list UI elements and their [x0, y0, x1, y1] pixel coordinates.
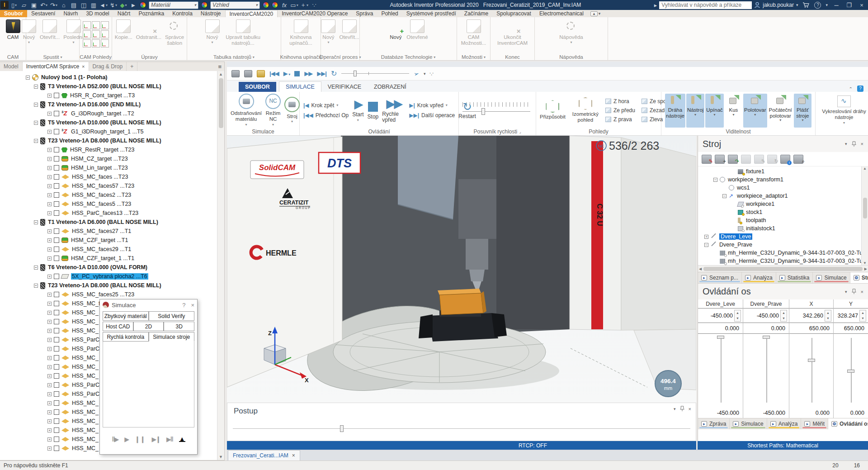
view-cube-icon[interactable]: [92, 39, 100, 47]
stroj-hscrollbar[interactable]: ◀▶: [698, 265, 868, 272]
tab-close-icon[interactable]: ×: [82, 64, 85, 69]
tree-expander-icon[interactable]: +: [704, 235, 708, 239]
add-command-icon[interactable]: ＋▾: [300, 1, 309, 9]
machine-tree-row[interactable]: +Dvere_Leve: [698, 233, 868, 241]
appearance-wheel-icon[interactable]: [201, 2, 208, 8]
undo-icon[interactable]: ↶▾: [39, 1, 48, 9]
tree-row[interactable]: +HSS_ParC_faces13 ...T23: [0, 209, 224, 218]
tree-expander-icon[interactable]: −: [34, 85, 38, 89]
dialog-tab-2d[interactable]: 2D: [133, 322, 164, 331]
tree-row[interactable]: +HSR_RestR_target ...T23: [0, 145, 224, 154]
tree-checkbox[interactable]: [54, 129, 59, 134]
speed-slider-handle[interactable]: [481, 108, 485, 115]
postup-progress-handle[interactable]: [340, 425, 344, 432]
toolbar-overflow-icon[interactable]: ⸪: [310, 1, 319, 9]
ribbon-tab-správa[interactable]: Správa: [352, 10, 377, 17]
sim-button-re-im-nc[interactable]: NCRežim NC▾: [265, 94, 281, 127]
user-dropdown-icon[interactable]: ▾: [796, 3, 798, 7]
tree-row[interactable]: +HSS_MC_faces25 ...T23: [0, 290, 224, 299]
ribbon-button-nov-[interactable]: Nový▾: [204, 19, 221, 45]
tree-checkbox[interactable]: [54, 319, 59, 324]
view-cube-icon[interactable]: [101, 30, 109, 38]
tree-expander-icon[interactable]: +: [47, 410, 52, 414]
axis-slider[interactable]: [834, 334, 868, 404]
browser-tab--[interactable]: +: [127, 62, 137, 71]
tree-checkbox[interactable]: [54, 210, 59, 216]
to-end-icon[interactable]: ▶▶|: [317, 70, 326, 77]
save-machine-icon[interactable]: [741, 155, 751, 164]
axes-tab-simulace[interactable]: ▸Simulace: [730, 418, 767, 429]
spin-down-icon[interactable]: ▼: [782, 317, 785, 320]
tree-row[interactable]: +3ZG1_i3DRough_target_1 ...T5: [0, 127, 224, 136]
spinner-buttons[interactable]: ▲▼: [734, 310, 741, 322]
tree-row[interactable]: +HSR_R_Cont_target ...T3: [0, 91, 224, 100]
parameters-fx-icon[interactable]: fx: [280, 1, 289, 9]
tree-checkbox[interactable]: [54, 165, 59, 171]
tree-row[interactable]: +HSM_CZF_target_1 ...T1: [0, 254, 224, 263]
axes-tab-m-it[interactable]: ▸Měřit: [801, 418, 828, 429]
tree-checkbox[interactable]: [54, 183, 59, 189]
spin-up-icon[interactable]: ▲: [782, 311, 785, 314]
spinner-buttons[interactable]: ▲▼: [825, 310, 831, 322]
tree-checkbox[interactable]: [54, 427, 59, 433]
tree-checkbox[interactable]: [54, 192, 59, 198]
axis-value-spinner[interactable]: -450.000▲▼: [743, 309, 789, 323]
machine-viewport[interactable]: C 32 U SolidCAM DTS CERATIZIT GROUP: [227, 136, 696, 403]
tree-row[interactable]: +HSS_MC_faces29 ...T1: [0, 245, 224, 254]
tree-row[interactable]: +HSM_CZF_target ...T1: [0, 236, 224, 245]
axis-slider[interactable]: [789, 334, 833, 404]
view-cube-icon[interactable]: [83, 30, 91, 38]
tree-expander-icon[interactable]: +: [47, 437, 52, 442]
stroj-tab-stroj[interactable]: ⚙Stroj: [850, 272, 868, 283]
ribbon-expand-caret[interactable]: ▾: [599, 11, 601, 16]
tree-expander-icon[interactable]: +: [47, 347, 52, 351]
axes-pin-icon[interactable]: [852, 289, 856, 294]
tree-expander-icon[interactable]: −: [34, 139, 38, 143]
tree-row[interactable]: −T6 Vreteno-1A D10.000 (OVAL FORM): [0, 263, 224, 272]
toolpath-render-button[interactable]: Vykreslování dráhy nástroje ▾: [819, 95, 868, 125]
machine-info-icon[interactable]: i: [780, 155, 790, 164]
stroj-dropdown-icon[interactable]: ▾: [845, 142, 847, 146]
measure-icon[interactable]: ▭▾: [290, 1, 299, 9]
tree-row[interactable]: +HSS_MC_faces57 ...T23: [0, 181, 224, 190]
tree-checkbox[interactable]: [54, 382, 59, 388]
toolbar-more-icon[interactable]: ⸪: [430, 70, 434, 77]
spin-up-icon[interactable]: ▲: [826, 311, 830, 314]
axis-value-spinner[interactable]: 342.260▲▼: [789, 309, 833, 323]
start-button[interactable]: ▶Start▾: [352, 98, 363, 123]
tree-row[interactable]: −T3 Vreteno-1A D52.000 (BULL NOSE MILL): [0, 82, 224, 91]
ribbon-tab-3d-model[interactable]: 3D model: [82, 10, 113, 17]
toggle-po-te-n-polotovar[interactable]: Počáteční polotovar▾: [768, 94, 793, 128]
postup-progress-track[interactable]: [233, 428, 690, 429]
redo-icon[interactable]: ↷▾: [49, 1, 58, 9]
fast-forward-icon[interactable]: ▶▶: [304, 70, 312, 77]
ribbon-tab-electromechanical[interactable]: Electromechanical: [535, 10, 588, 17]
spinner-buttons[interactable]: ▲▼: [780, 310, 787, 322]
tree-expander-icon[interactable]: −: [34, 266, 38, 270]
ribbon-tab-systémové-prostředí[interactable]: Systémové prostředí: [402, 10, 460, 17]
ribbon-display-options[interactable]: ▲▾: [590, 10, 600, 17]
ribbon-button-knihovna-up-na-[interactable]: Knihovna upínačů...: [283, 19, 319, 47]
ribbon-button-nov-[interactable]: Nový▾: [320, 19, 337, 45]
tree-row[interactable]: +HSS_MC_faces ...T23: [0, 172, 224, 181]
tree-expander-icon[interactable]: +: [47, 175, 52, 179]
tree-checkbox[interactable]: [54, 391, 59, 397]
spin-down-icon[interactable]: ▼: [861, 317, 864, 320]
tree-expander-icon[interactable]: +: [47, 166, 52, 170]
view-cube-icon[interactable]: [92, 21, 100, 29]
ribbon-tab-inventorcam2020-operace[interactable]: InventorCAM2020 Operace: [278, 10, 352, 17]
browser-scrollbar[interactable]: ▲ ▼: [217, 71, 224, 460]
ribbon-tab-sestavení[interactable]: Sestavení: [27, 10, 59, 17]
dialog-tab-rychl-kontrola[interactable]: Rychlá kontrola: [103, 332, 149, 342]
tree-expander-icon[interactable]: −: [704, 243, 708, 247]
tree-checkbox[interactable]: [54, 147, 59, 152]
tree-checkbox[interactable]: [54, 446, 59, 451]
sim-help-icon[interactable]: ?: [857, 85, 863, 92]
open-file-icon[interactable]: ▱: [19, 1, 28, 9]
prev-op-button[interactable]: |◀◀Předchozí Op: [303, 112, 349, 119]
tree-expander-icon[interactable]: +: [47, 374, 52, 378]
stroj-tab-simulace[interactable]: ▸Simulace: [813, 272, 850, 283]
tree-checkbox[interactable]: [54, 256, 59, 261]
tree-checkbox[interactable]: [54, 201, 59, 207]
sim-tab-soubor[interactable]: SOUBOR: [239, 82, 276, 92]
